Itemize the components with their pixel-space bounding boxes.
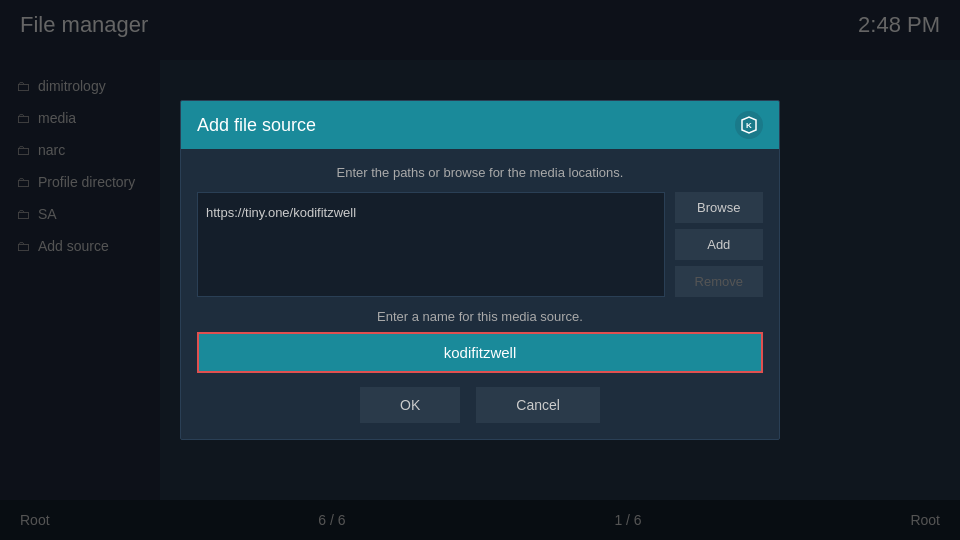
- name-input-wrapper: [197, 332, 763, 373]
- modal-overlay: Add file source K Enter the paths or bro…: [0, 0, 960, 540]
- name-section: Enter a name for this media source.: [197, 309, 763, 373]
- name-input[interactable]: [197, 332, 763, 373]
- dialog-title: Add file source: [197, 115, 316, 136]
- browse-button[interactable]: Browse: [675, 192, 763, 223]
- cancel-button[interactable]: Cancel: [476, 387, 600, 423]
- ok-button[interactable]: OK: [360, 387, 460, 423]
- svg-text:K: K: [746, 121, 752, 130]
- action-buttons: OK Cancel: [197, 387, 763, 423]
- dialog-header: Add file source K: [181, 101, 779, 149]
- path-list: https://tiny.one/kodifitzwell: [197, 192, 665, 297]
- add-file-source-dialog: Add file source K Enter the paths or bro…: [180, 100, 780, 440]
- add-button[interactable]: Add: [675, 229, 763, 260]
- name-instruction: Enter a name for this media source.: [197, 309, 763, 324]
- kodi-logo: K: [735, 111, 763, 139]
- path-buttons: Browse Add Remove: [675, 192, 763, 297]
- remove-button[interactable]: Remove: [675, 266, 763, 297]
- dialog-top-instruction: Enter the paths or browse for the media …: [197, 165, 763, 180]
- path-entry: https://tiny.one/kodifitzwell: [206, 201, 656, 224]
- path-section: https://tiny.one/kodifitzwell Browse Add…: [197, 192, 763, 297]
- dialog-body: Enter the paths or browse for the media …: [181, 149, 779, 439]
